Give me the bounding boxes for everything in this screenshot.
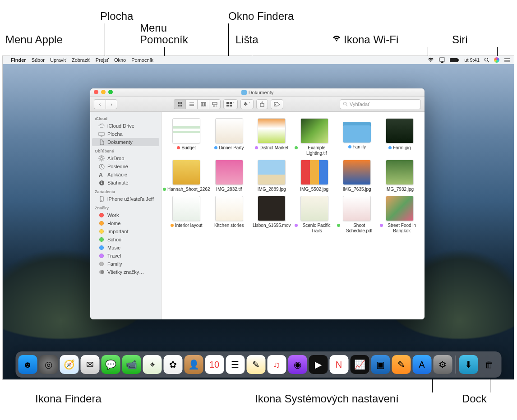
spotlight-icon[interactable] bbox=[484, 57, 489, 63]
back-button[interactable]: ‹ bbox=[94, 99, 106, 109]
battery-icon[interactable] bbox=[450, 58, 460, 63]
file-item[interactable]: Street Food in Bangkok bbox=[379, 194, 420, 234]
dock-reminders-icon[interactable]: ☰ bbox=[226, 355, 245, 374]
file-item[interactable]: Dinner Party bbox=[209, 116, 250, 156]
file-item[interactable]: IMG_5502.jpg bbox=[294, 158, 335, 192]
file-item[interactable]: Farm.jpg bbox=[379, 116, 420, 156]
svg-rect-20 bbox=[214, 106, 215, 106]
sidebar-item[interactable]: Work bbox=[90, 211, 161, 219]
menubar-item-help[interactable]: Pomocník bbox=[131, 57, 153, 63]
search-input[interactable]: Vyhľadať bbox=[340, 99, 421, 109]
dock-contacts-icon[interactable]: 👤 bbox=[184, 355, 203, 374]
airplay-icon[interactable] bbox=[439, 57, 445, 63]
wifi-icon[interactable] bbox=[427, 57, 434, 63]
dock-safari-icon[interactable]: 🧭 bbox=[60, 355, 78, 374]
dock-music-icon[interactable]: ♫ bbox=[267, 355, 286, 374]
menubar-item[interactable]: Upraviť bbox=[50, 57, 66, 63]
svg-line-29 bbox=[346, 105, 347, 106]
file-item[interactable]: Example Lighting.tif bbox=[294, 116, 335, 156]
file-item[interactable]: IMG_2889.jpg bbox=[251, 158, 292, 192]
dock-pages-icon[interactable]: ✎ bbox=[392, 355, 411, 374]
sidebar-item[interactable]: Posledné bbox=[90, 162, 161, 171]
dock-downloads-icon[interactable]: ⬇ bbox=[459, 355, 478, 374]
file-item[interactable]: Family bbox=[337, 116, 378, 156]
svg-point-32 bbox=[101, 157, 102, 159]
menubar-item[interactable]: Súbor bbox=[32, 57, 45, 63]
group-button[interactable]: ˅ bbox=[223, 99, 238, 109]
minimize-button[interactable] bbox=[101, 90, 106, 94]
dock-finder-icon[interactable]: ☻ bbox=[18, 355, 37, 374]
menubar-clock[interactable]: ut 9:41 bbox=[464, 57, 480, 63]
dock-tv-icon[interactable]: ▶ bbox=[309, 355, 328, 374]
finder-content[interactable]: BudgetDinner PartyDistrict MarketExample… bbox=[162, 112, 425, 319]
dock-facetime-icon[interactable]: 📹 bbox=[122, 355, 141, 374]
dock-photos-icon[interactable]: ✿ bbox=[163, 355, 182, 374]
sidebar-item[interactable]: Všetky značky… bbox=[90, 268, 161, 276]
sidebar-item[interactable]: Plocha bbox=[90, 130, 161, 138]
file-item[interactable]: IMG_7635.jpg bbox=[337, 158, 378, 192]
menubar-item[interactable]: Okno bbox=[114, 57, 126, 63]
share-button[interactable] bbox=[256, 99, 268, 109]
file-item[interactable]: Scenic Pacific Trails bbox=[294, 194, 335, 234]
file-item[interactable]: District Market bbox=[251, 116, 292, 156]
file-item[interactable]: Budget bbox=[166, 116, 207, 156]
sidebar-item[interactable]: AAplikácie bbox=[90, 171, 161, 179]
dock-keynote-icon[interactable]: ▣ bbox=[371, 355, 390, 374]
icon-view-button[interactable] bbox=[174, 99, 185, 109]
menubar-app-name[interactable]: Finder bbox=[11, 57, 26, 63]
dock-launchpad-icon[interactable]: ◎ bbox=[39, 355, 58, 374]
list-view-button[interactable] bbox=[185, 99, 197, 109]
sidebar-item[interactable]: Home bbox=[90, 219, 161, 227]
menubar-item[interactable]: Prejsť bbox=[96, 57, 109, 63]
close-button[interactable] bbox=[94, 90, 98, 94]
dock-messages-icon[interactable]: 💬 bbox=[101, 355, 120, 374]
tags-button[interactable] bbox=[271, 99, 283, 109]
sidebar-item-label: Important bbox=[107, 229, 128, 234]
action-button[interactable]: ✻˅ bbox=[240, 99, 254, 109]
tag-dot-icon bbox=[163, 188, 166, 191]
svg-point-28 bbox=[343, 102, 346, 105]
file-item[interactable]: Lisbon_61695.mov bbox=[251, 194, 292, 234]
dock-podcasts-icon[interactable]: ◉ bbox=[288, 355, 307, 374]
sidebar-item[interactable]: Family bbox=[90, 260, 161, 268]
sidebar-item[interactable]: iCloud Drive bbox=[90, 122, 161, 130]
sidebar-item[interactable]: Important bbox=[90, 227, 161, 235]
svg-point-41 bbox=[101, 270, 104, 274]
file-item[interactable]: Hannah_Shoot_2262 bbox=[166, 158, 207, 192]
sidebar-item[interactable]: iPhone užívateľa Jeff bbox=[90, 195, 161, 203]
gallery-view-button[interactable] bbox=[209, 99, 221, 109]
file-item[interactable]: Shoot Schedule.pdf bbox=[337, 194, 378, 234]
file-item[interactable]: Kitchen stories bbox=[209, 194, 250, 234]
sidebar-item[interactable]: AirDrop bbox=[90, 154, 161, 162]
file-label: IMG_5502.jpg bbox=[300, 187, 328, 192]
sidebar-item[interactable]: Stiahnuté bbox=[90, 179, 161, 187]
desktop[interactable]: Finder Súbor Upraviť Zobraziť Prejsť Okn… bbox=[3, 56, 514, 379]
sidebar-item-label: Posledné bbox=[107, 164, 128, 169]
dock-trash-icon[interactable]: 🗑 bbox=[480, 355, 499, 374]
file-item[interactable]: IMG_7932.jpg bbox=[379, 158, 420, 192]
svg-rect-23 bbox=[230, 102, 232, 104]
tag-icon bbox=[98, 261, 105, 267]
dock-maps-icon[interactable]: ⌖ bbox=[143, 355, 162, 374]
siri-icon[interactable] bbox=[494, 57, 499, 63]
sidebar-item[interactable]: Travel bbox=[90, 252, 161, 260]
dock-system-preferences-icon[interactable]: ⚙ bbox=[433, 355, 452, 374]
dock-stocks-icon[interactable]: 📈 bbox=[350, 355, 369, 374]
finder-titlebar[interactable]: Dokumenty bbox=[90, 88, 425, 97]
dock-notes-icon[interactable]: ✎ bbox=[246, 355, 265, 374]
dock-news-icon[interactable]: N bbox=[329, 355, 348, 374]
menubar-item[interactable]: Zobraziť bbox=[72, 57, 90, 63]
file-item[interactable]: Interior layout bbox=[166, 194, 207, 234]
sidebar-item[interactable]: Dokumenty bbox=[92, 138, 159, 146]
tag-icon bbox=[98, 220, 105, 226]
dock-calendar-icon[interactable]: 10 bbox=[205, 355, 224, 374]
zoom-button[interactable] bbox=[108, 90, 113, 94]
notification-center-icon[interactable] bbox=[504, 58, 510, 63]
dock-mail-icon[interactable]: ✉ bbox=[80, 355, 99, 374]
sidebar-item[interactable]: School bbox=[90, 235, 161, 244]
forward-button[interactable]: › bbox=[106, 99, 117, 109]
column-view-button[interactable] bbox=[197, 99, 209, 109]
dock-appstore-icon[interactable]: A bbox=[412, 355, 431, 374]
sidebar-item[interactable]: Music bbox=[90, 244, 161, 252]
file-item[interactable]: IMG_2832.tif bbox=[209, 158, 250, 192]
